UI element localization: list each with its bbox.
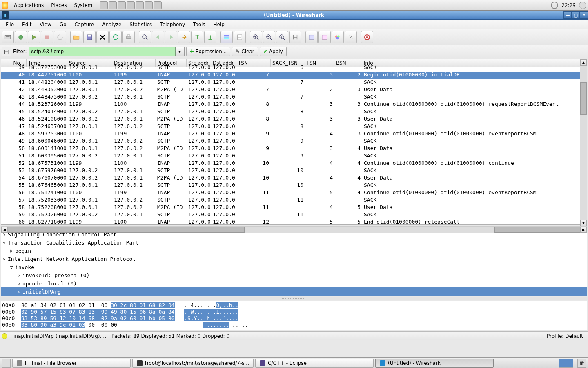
tree-initialdparg[interactable]: ▷InitialDPArg (1, 287, 587, 296)
packet-row[interactable]: 5818.752208000127.0.0.1127.0.0.2M2PA (ID… (1, 204, 580, 211)
launcher-icon[interactable] (127, 1, 135, 9)
places-menu[interactable]: Places (48, 2, 70, 9)
close-file-button[interactable] (96, 31, 109, 43)
filter-bookmark-button[interactable]: ▤ (2, 47, 11, 56)
packet-list-hscroll[interactable]: ◀▶ (1, 226, 587, 233)
system-menu[interactable]: System (71, 2, 96, 9)
show-desktop-button[interactable] (2, 359, 11, 368)
expression-button[interactable]: ✚Expression... (186, 47, 231, 56)
menu-help[interactable]: Help (209, 21, 229, 28)
menu-view[interactable]: View (36, 21, 55, 28)
task-eclipse[interactable]: C/C++ - Eclipse (255, 359, 374, 368)
print-button[interactable] (122, 31, 135, 43)
packet-list-body[interactable]: 3918.372753000127.0.0.1127.0.0.2SCTP127.… (1, 64, 580, 226)
menu-edit[interactable]: Edit (18, 21, 36, 28)
stop-capture-button[interactable] (41, 31, 53, 43)
packet-details-pane[interactable]: ▷Signalling Connection Control Part ▽Tra… (1, 230, 587, 296)
sound-icon[interactable] (579, 2, 586, 9)
expand-icon[interactable]: ▷ (18, 281, 22, 286)
open-button[interactable] (70, 31, 82, 43)
autoscroll-button[interactable] (234, 31, 246, 43)
tree-begin[interactable]: ▷begin (1, 247, 587, 255)
network-icon[interactable] (551, 2, 558, 9)
close-button[interactable]: ✕ (580, 11, 588, 19)
packet-row[interactable]: 5618.75174100011001199INAP127.0.0.127.0.… (1, 189, 580, 197)
collapse-icon[interactable]: ▽ (10, 265, 15, 270)
expand-icon[interactable]: ▷ (18, 273, 22, 278)
tree-invokeid[interactable]: ▷invokeId: present (0) (1, 271, 587, 279)
menu-telephony[interactable]: Telephony (156, 21, 189, 28)
collapse-icon[interactable]: ▽ (3, 240, 8, 245)
goto-packet-button[interactable] (178, 31, 190, 43)
minimize-button[interactable]: — (564, 11, 572, 19)
packet-row[interactable]: 4118.448204000127.0.0.1127.0.0.2SCTP127.… (1, 79, 580, 86)
goto-first-button[interactable] (191, 31, 203, 43)
save-button[interactable] (83, 31, 96, 43)
packet-row[interactable]: 6018.82771800011991100INAP127.0.0.127.0.… (1, 219, 580, 226)
options-button[interactable] (15, 31, 27, 43)
resize-columns-button[interactable] (289, 31, 301, 43)
expand-icon[interactable]: ▷ (18, 289, 22, 294)
menu-statistics[interactable]: Statistics (125, 21, 156, 28)
packet-bytes-pane[interactable]: 00a0 80 a1 34 02 01 01 02 01 00 30 2c 80… (1, 301, 587, 330)
task-terminal[interactable]: [root@localhost:/mnt/storage/shared/7-s.… (132, 359, 254, 368)
interfaces-button[interactable] (2, 31, 14, 43)
goto-last-button[interactable] (204, 31, 216, 43)
zoom-in-button[interactable] (250, 31, 262, 43)
reload-button[interactable] (109, 31, 122, 43)
tree-tcap[interactable]: ▽Transaction Capabilities Application Pa… (1, 238, 587, 247)
trash-icon[interactable]: 🗑 (577, 359, 586, 368)
apps-menu[interactable]: Applications (11, 2, 47, 9)
tree-inap[interactable]: ▽Intelligent Network Application Protoco… (1, 255, 587, 263)
capture-filters-button[interactable] (305, 31, 318, 43)
packet-row[interactable]: 3918.372753000127.0.0.1127.0.0.2SCTP127.… (1, 64, 580, 72)
expand-icon[interactable]: ▷ (3, 232, 8, 237)
task-wireshark[interactable]: (Untitled) - Wireshark (375, 359, 494, 368)
menu-capture[interactable]: Capture (70, 21, 98, 28)
packet-row[interactable]: 5318.675976000127.0.0.2127.0.0.1SCTP127.… (1, 167, 580, 175)
packet-row[interactable]: 4318.448473000127.0.0.2127.0.0.1SCTP127.… (1, 94, 580, 101)
help-button[interactable] (361, 31, 373, 43)
packet-row[interactable]: 5418.676070000127.0.0.2127.0.0.1M2PA (ID… (1, 175, 580, 182)
packet-row[interactable]: 4218.448353000127.0.0.1127.0.0.2M2PA (ID… (1, 86, 580, 94)
menu-analyze[interactable]: Analyze (98, 21, 125, 28)
packet-row[interactable]: 5518.676465000127.0.0.1127.0.0.2SCTP127.… (1, 182, 580, 189)
packet-list-vscroll[interactable]: ▲▼ (580, 59, 587, 226)
filter-dropdown-button[interactable]: ▾ (176, 47, 185, 56)
apply-button[interactable]: ✔Apply (260, 47, 287, 56)
clock[interactable]: 22:29 (561, 2, 576, 8)
launcher-icon[interactable] (154, 1, 162, 9)
coloring-rules-button[interactable] (332, 31, 344, 43)
colorize-button[interactable] (220, 31, 233, 43)
window-titlebar[interactable]: ▮ (Untitled) - Wireshark — ▢ ✕ (0, 11, 588, 20)
launcher-icon[interactable] (109, 1, 117, 9)
tree-opcode[interactable]: ▷opcode: local (0) (1, 279, 587, 287)
packet-row[interactable]: 5918.752326000127.0.0.2127.0.0.1SCTP127.… (1, 211, 580, 219)
packet-row[interactable]: 5718.752033000127.0.0.1127.0.0.2SCTP127.… (1, 197, 580, 204)
start-capture-button[interactable] (28, 31, 40, 43)
expert-info-icon[interactable] (2, 333, 7, 339)
display-filters-button[interactable] (318, 31, 331, 43)
packet-row[interactable]: 4418.52372600011991100INAP127.0.0.127.0.… (1, 101, 580, 108)
packet-row[interactable]: 5218.67573100011991100INAP127.0.0.127.0.… (1, 160, 580, 167)
packet-row[interactable]: 4518.524014000127.0.0.2127.0.0.1SCTP127.… (1, 108, 580, 116)
menu-tools[interactable]: Tools (189, 21, 209, 28)
launcher-icon[interactable] (145, 1, 153, 9)
packet-row[interactable]: 5018.600141000127.0.0.1127.0.0.2M2PA (ID… (1, 145, 580, 153)
packet-row[interactable]: 4618.524108000127.0.0.2127.0.0.1M2PA (ID… (1, 116, 580, 123)
packet-row[interactable]: 4718.524637000127.0.0.1127.0.0.2SCTP127.… (1, 123, 580, 130)
go-forward-button[interactable] (165, 31, 177, 43)
task-file-browser[interactable]: [__final - File Browser] (12, 359, 131, 368)
expand-icon[interactable]: ▷ (10, 248, 15, 254)
packet-row[interactable]: 4818.59975300011001199INAP127.0.0.127.0.… (1, 130, 580, 138)
packet-row[interactable]: 5118.600395000127.0.0.2127.0.0.1SCTP127.… (1, 153, 580, 160)
splitter-2[interactable] (0, 297, 588, 300)
launcher-icon[interactable] (118, 1, 126, 9)
prefs-button[interactable] (345, 31, 357, 43)
status-profile[interactable]: Profile: Default (543, 333, 586, 339)
packet-row[interactable]: 4918.600046000127.0.0.1127.0.0.2SCTP127.… (1, 138, 580, 145)
zoom-reset-button[interactable]: 1 (276, 31, 288, 43)
launcher-icon[interactable] (100, 1, 108, 9)
go-back-button[interactable] (152, 31, 164, 43)
tree-invoke[interactable]: ▽invoke (1, 263, 587, 271)
